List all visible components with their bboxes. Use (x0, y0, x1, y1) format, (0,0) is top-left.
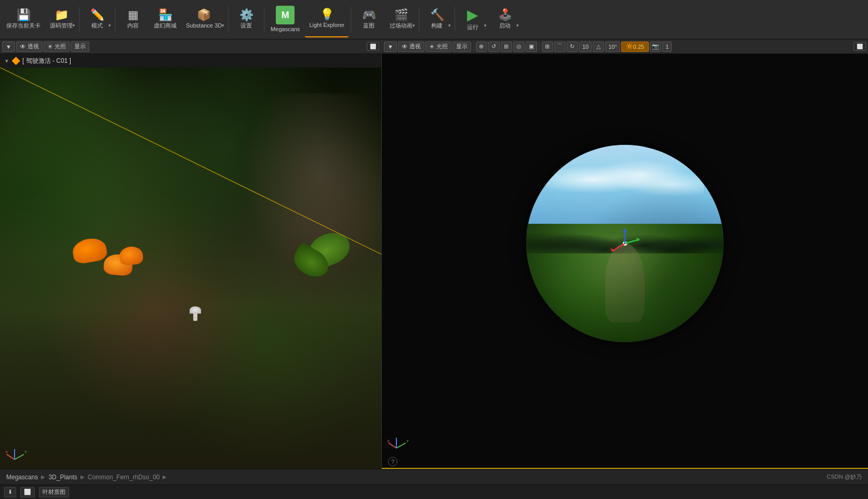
main-area: ▼ 👁 透视 ☀ 光照 显示 ⬜ ▼ 🔶 [ 驾驶激活 - C01 ] (0, 39, 868, 469)
opacity-btn[interactable]: 🔆 0.25 (621, 42, 649, 52)
breadcrumb-megascans[interactable]: Megascans (6, 474, 38, 481)
grid-size-value: 10 (582, 44, 589, 50)
status-btn-3[interactable]: 叶材质图 (39, 487, 69, 497)
local-space-btn[interactable]: ◎ (513, 42, 525, 52)
lighting-icon: ☀ (47, 43, 53, 50)
right-display-label: 显示 (456, 43, 468, 50)
toolbar-divider-6 (419, 7, 419, 33)
left-viewport-toolbar: ▼ 👁 透视 ☀ 光照 显示 ⬜ (0, 39, 381, 54)
toolbar-cinematics[interactable]: 🎬 过场动画 ▼ (385, 2, 417, 37)
right-viewport: ▼ 👁 透视 ☀ 光照 显示 ⊕ ↺ ⊞ ◎ ▣ ⊞ ⌒ ↻ (382, 39, 868, 469)
left-vp-display[interactable]: 显示 (71, 42, 89, 52)
build-icon: 🔨 (430, 9, 444, 21)
triangle-btn[interactable]: △ (593, 42, 604, 52)
rotate-tool-btn[interactable]: ↺ (488, 42, 500, 52)
svg-line-9 (625, 239, 639, 244)
right-vp-display[interactable]: 显示 (452, 42, 471, 52)
scale-tool-btn[interactable]: ⊞ (501, 42, 512, 52)
toolbar-mode[interactable]: ✏️ 模式 ▼ (82, 2, 113, 37)
toolbar-light-explorer[interactable]: 💡 Light Explorer (305, 2, 349, 37)
status-btn-1[interactable]: ⬇ (4, 487, 16, 497)
marketplace-icon: 🏪 (158, 9, 172, 21)
grid-size-btn[interactable]: 10 (579, 42, 592, 52)
left-vp-perspective[interactable]: 👁 透视 (16, 42, 43, 52)
right-lighting-label: 光照 (436, 43, 448, 50)
build-label: 构建 (431, 22, 443, 29)
run-icon: ▶ (467, 8, 478, 22)
toolbar-save[interactable]: 💾 保存当前关卡 (2, 2, 45, 37)
status-label-3: 叶材质图 (43, 488, 65, 496)
toolbar-divider-1 (79, 7, 79, 33)
run-arrow: ▼ (483, 23, 487, 28)
launch-arrow: ▼ (515, 23, 519, 28)
toolbar-settings[interactable]: ⚙️ 设置 (231, 2, 262, 37)
sphere-container (526, 145, 724, 342)
toolbar-source[interactable]: 📁 源码管理 ▼ (46, 2, 77, 37)
right-vp-lighting[interactable]: ☀ 光照 (425, 42, 451, 52)
mode-icon: ✏️ (90, 9, 104, 21)
toolbar-divider-2 (115, 7, 115, 33)
viewport-scene-content: X Y (0, 68, 381, 469)
opacity-icon: 🔆 (626, 43, 633, 50)
svg-text:X: X (387, 439, 390, 443)
rotate-icon-btn[interactable]: ↻ (567, 42, 578, 52)
svg-line-2 (15, 454, 24, 460)
camera-btn[interactable]: 📷 (650, 42, 661, 52)
status-icon-1: ⬇ (8, 489, 12, 495)
breadcrumb-fern[interactable]: Common_Fern_rhDso_00 (88, 474, 160, 481)
substance-label: Substance 3D (186, 22, 222, 29)
toolbar-run[interactable]: ▶ 运行 ▼ (457, 2, 488, 37)
surface-snap-btn[interactable]: ▣ (526, 42, 537, 52)
substance-icon: 📦 (197, 9, 211, 21)
toolbar-megascans[interactable]: M Megascans (266, 2, 304, 37)
svg-marker-12 (623, 229, 627, 232)
toolbar-content[interactable]: ▦ 内容 (117, 2, 149, 37)
breadcrumb-arrow-2: ▶ (81, 474, 85, 480)
right-vp-maximize[interactable]: ⬜ (853, 42, 866, 51)
camera-speed-btn[interactable]: 1 (662, 42, 672, 52)
viewport-title-bar: ▼ 🔶 [ 驾驶激活 - C01 ] (0, 54, 381, 68)
svg-marker-10 (636, 237, 639, 241)
svg-line-1 (7, 454, 15, 460)
settings-label: 设置 (241, 22, 252, 29)
right-vp-perspective[interactable]: 👁 透视 (398, 42, 424, 52)
toolbar-blueprint[interactable]: 🎮 蓝图 (353, 2, 384, 37)
toolbar-launch[interactable]: 🕹️ 启动 ▼ (489, 2, 520, 37)
toolbar-build[interactable]: 🔨 构建 ▼ (421, 2, 452, 37)
status-btn-2[interactable]: ⬜ (20, 487, 35, 497)
angle-icon-btn[interactable]: ⌒ (554, 42, 566, 52)
left-viewport: ▼ 👁 透视 ☀ 光照 显示 ⬜ ▼ 🔶 [ 驾驶激活 - C01 ] (0, 39, 382, 469)
light-explorer-icon: 💡 (320, 9, 334, 20)
mode-label: 模式 (91, 22, 103, 29)
source-arrow: ▼ (72, 23, 76, 28)
axis-indicator-right: X Y (386, 435, 412, 453)
left-vp-lighting[interactable]: ☀ 光照 (44, 42, 70, 52)
opacity-value: 0.25 (633, 44, 644, 50)
toolbar-marketplace[interactable]: 🏪 虚幻商城 (150, 2, 181, 37)
substance-arrow: ▼ (221, 23, 225, 28)
light-explorer-label: Light Explorer (309, 22, 344, 29)
right-viewport-content (382, 54, 868, 433)
grid-icon-btn[interactable]: ⊞ (542, 42, 553, 52)
left-vp-maximize[interactable]: ⬜ (367, 42, 379, 51)
settings-icon: ⚙️ (239, 9, 253, 21)
cinematics-icon: 🎬 (394, 9, 408, 21)
breadcrumb-3dplants[interactable]: 3D_Plants (48, 474, 77, 481)
toolbar-divider-3 (228, 7, 229, 33)
right-toolbar-divider (473, 42, 474, 51)
source-label: 源码管理 (50, 22, 73, 29)
right-vp-dropdown[interactable]: ▼ (384, 42, 397, 52)
angle-size-btn[interactable]: 10° (605, 42, 620, 52)
cinematics-arrow: ▼ (411, 23, 416, 28)
move-tool-btn[interactable]: ⊕ (476, 42, 487, 52)
camera-speed-value: 1 (665, 44, 669, 50)
right-lighting-icon: ☀ (429, 43, 435, 50)
toolbar-substance[interactable]: 📦 Substance 3D ▼ (182, 2, 226, 37)
right-viewport-bottom: X Y ? (382, 433, 868, 469)
csdn-badge: CSDN @妙乃 (827, 473, 862, 481)
left-vp-dropdown[interactable]: ▼ (2, 42, 15, 52)
right-perspective-icon: 👁 (402, 43, 408, 50)
right-viewport-toolbar: ▼ 👁 透视 ☀ 光照 显示 ⊕ ↺ ⊞ ◎ ▣ ⊞ ⌒ ↻ (382, 39, 868, 54)
toolbar-divider-4 (264, 7, 264, 33)
help-button[interactable]: ? (388, 457, 397, 466)
